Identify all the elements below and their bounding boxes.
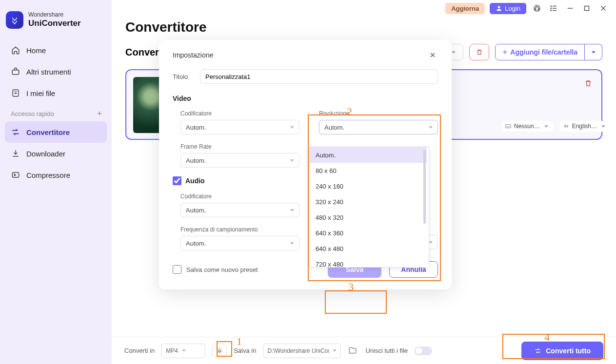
toolbox-icon <box>11 67 20 77</box>
sidebar-label: Downloader <box>26 150 65 158</box>
audio-section-header: Audio <box>185 177 205 185</box>
add-file-dropdown-button[interactable] <box>585 44 602 60</box>
sidebar-item-myfiles[interactable]: I miei file <box>5 82 107 104</box>
logo-icon <box>6 11 23 29</box>
sidebar-item-home[interactable]: Home <box>5 39 107 61</box>
sidebar-label: Compressore <box>26 171 70 179</box>
converter-icon <box>11 127 20 137</box>
open-folder-button[interactable] <box>348 345 358 356</box>
svg-rect-19 <box>506 125 511 128</box>
save-preset-label: Salva come nuovo preset <box>186 266 258 273</box>
framerate-select[interactable]: Autom. <box>180 153 299 168</box>
resolution-option[interactable]: 320 x 240 <box>310 194 427 210</box>
add-file-button[interactable]: +Aggiungi file/cartella <box>495 44 585 60</box>
subtitle-select-label: Nessun… <box>514 123 540 130</box>
sidebar-item-tools[interactable]: Altri strumenti <box>5 61 107 82</box>
resolution-select[interactable]: Autom. <box>319 120 438 134</box>
sidebar-item-converter[interactable]: Convertitore <box>5 121 107 143</box>
dropdown-scrollbar[interactable] <box>423 150 426 224</box>
svg-rect-14 <box>12 70 19 75</box>
framerate-label: Frame Rate <box>180 143 299 150</box>
resolution-option[interactable]: 240 x 160 <box>310 178 427 194</box>
svg-rect-15 <box>13 90 19 96</box>
sidebar-label: Home <box>26 46 46 55</box>
svg-point-26 <box>219 350 220 352</box>
video-encoder-select[interactable]: Autom. <box>180 120 299 134</box>
convert-all-button[interactable]: Converti tutto <box>521 342 603 360</box>
audio-enable-checkbox[interactable] <box>173 176 181 185</box>
download-icon <box>11 149 20 158</box>
save-preset-checkbox[interactable] <box>173 265 181 274</box>
delete-all-button[interactable] <box>469 44 489 60</box>
video-section-header: Video <box>173 95 438 102</box>
video-encoder-label: Codificatore <box>180 110 299 117</box>
resolution-option[interactable]: 720 x 480 <box>310 256 427 267</box>
output-path-select[interactable]: D:\Wondershare UniCon <box>263 344 341 358</box>
audio-track-label: English… <box>572 123 597 130</box>
resolution-option[interactable]: Autom. <box>310 147 427 163</box>
file-delete-button[interactable] <box>584 79 593 90</box>
audio-track-select[interactable]: English… <box>560 121 610 132</box>
sidebar-label: Altri strumenti <box>26 68 71 76</box>
merge-toggle[interactable] <box>415 346 432 355</box>
quick-access-add-button[interactable]: + <box>97 109 102 118</box>
sidebar: Wondershare UniConverter Home Altri stru… <box>0 0 112 364</box>
settings-button[interactable] <box>212 344 227 358</box>
output-format-select[interactable]: MP4 <box>161 344 205 358</box>
resolution-option[interactable]: 640 x 360 <box>310 225 427 241</box>
title-field-label: Titolo <box>173 73 192 80</box>
modal-title: Impostazione <box>173 51 213 59</box>
logo-brand-text: Wondershare <box>28 12 81 18</box>
convert-all-label: Converti tutto <box>546 347 591 355</box>
page-title: Convertitore <box>125 19 602 35</box>
merge-label: Unisci tutti i file <box>365 347 408 354</box>
audio-encoder-select[interactable]: Autom. <box>180 203 299 217</box>
save-in-label: Salva in <box>234 347 256 354</box>
bottom-bar: Converti in MP4 Salva in D:\Wondershare … <box>112 337 616 364</box>
resolution-label: Risoluzione <box>319 110 438 117</box>
sidebar-label: Convertitore <box>26 128 70 136</box>
sample-rate-select[interactable]: Autom. <box>180 236 299 250</box>
resolution-option[interactable]: 80 x 60 <box>310 163 427 178</box>
home-icon <box>11 45 20 55</box>
sidebar-item-downloader[interactable]: Downloader <box>5 143 107 164</box>
subtitle-select[interactable]: Nessun… <box>502 121 553 132</box>
modal-close-button[interactable] <box>427 50 438 60</box>
audio-encoder-label: Codificatore <box>180 193 299 200</box>
sample-rate-label: Frequenza di campionamento <box>180 226 299 233</box>
resolution-dropdown-list: Autom. 80 x 60 240 x 160 320 x 240 480 x… <box>309 147 429 268</box>
resolution-option[interactable]: 480 x 320 <box>310 210 427 225</box>
title-input[interactable] <box>200 69 438 84</box>
settings-modal: Impostazione Titolo Video Codificatore A… <box>159 40 452 289</box>
logo-product-text: UniConverter <box>28 19 81 28</box>
resolution-option[interactable]: 640 x 480 <box>310 241 427 256</box>
quick-access-label: Accesso rapido <box>11 110 54 117</box>
sidebar-label: I miei file <box>26 89 55 97</box>
logo: Wondershare UniConverter <box>0 9 112 39</box>
path-value: D:\Wondershare UniCon <box>267 347 329 354</box>
compress-icon <box>11 170 20 180</box>
add-file-label: Aggiungi file/cartella <box>510 48 577 56</box>
sidebar-item-compressor[interactable]: Compressore <box>5 164 107 186</box>
file-icon <box>11 88 20 98</box>
format-value: MP4 <box>166 347 178 354</box>
convert-in-label: Converti in <box>124 347 155 354</box>
